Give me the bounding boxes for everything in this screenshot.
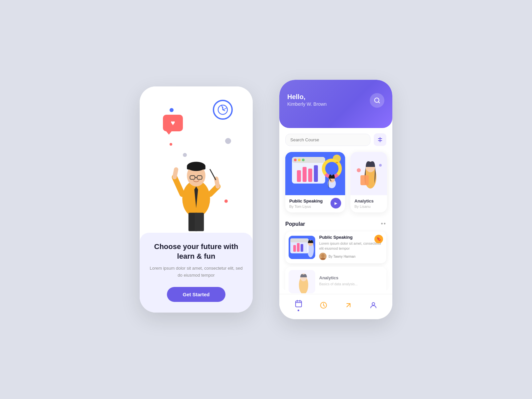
- right-phone: Hello, Kimberly W. Brown: [279, 80, 392, 319]
- svg-rect-50: [297, 243, 300, 252]
- courses-scroll: Public Speaking By Tom Liyus ▶: [279, 149, 392, 218]
- svg-point-28: [302, 159, 305, 161]
- header-search-button[interactable]: [370, 93, 384, 108]
- get-started-button[interactable]: Get Started: [167, 287, 226, 302]
- svg-point-35: [333, 155, 341, 163]
- popular-header: Popular ••: [285, 220, 386, 227]
- svg-point-55: [321, 254, 325, 258]
- left-card: Choose your future with learn & fun Lore…: [140, 233, 253, 313]
- popular-card-1-author-row: By Tawny Harman: [319, 253, 383, 260]
- username-text: Kimberly W. Brown: [287, 101, 327, 107]
- nav-item-profile[interactable]: [369, 301, 378, 310]
- svg-point-26: [294, 159, 297, 161]
- dot-blue-decoration: [170, 108, 174, 112]
- left-card-title: Choose your future with learn & fun: [149, 242, 243, 261]
- svg-point-45: [379, 164, 382, 167]
- popular-card-1-info: Public Speaking Lorem ipsum dolor sit am…: [319, 235, 383, 260]
- svg-rect-25: [292, 157, 325, 163]
- course-card-1[interactable]: Public Speaking By Tom Liyus ▶: [285, 152, 345, 212]
- filter-button[interactable]: [374, 133, 386, 146]
- dot-red-small-decoration: [170, 143, 172, 146]
- calendar-icon: [294, 299, 303, 308]
- course-card-1-thumbnail: [285, 152, 345, 195]
- popular-card-1[interactable]: Public Speaking Lorem ipsum dolor sit am…: [285, 231, 386, 263]
- svg-rect-43: [360, 175, 369, 185]
- svg-rect-17: [195, 213, 204, 231]
- search-input[interactable]: [285, 134, 370, 146]
- dot-red-decoration: [224, 200, 228, 203]
- svg-line-15: [210, 170, 216, 180]
- course-card-1-play-button[interactable]: ▶: [331, 198, 341, 208]
- explore-icon: [344, 301, 353, 310]
- svg-rect-30: [303, 167, 307, 182]
- teacher-figure: [170, 146, 223, 233]
- search-bar-row: [279, 128, 392, 149]
- dot-gray-decoration: [225, 138, 231, 144]
- popular-card-1-desc: Lorem ipsum dolor sit amet, consectetur …: [319, 241, 383, 251]
- svg-point-0: [218, 105, 227, 114]
- svg-rect-31: [308, 169, 312, 182]
- svg-rect-48: [290, 238, 309, 242]
- popular-card-1-author-name: By Tawny Harman: [329, 255, 355, 258]
- popular-card-1-thumbnail: [289, 236, 315, 259]
- nav-item-calendar[interactable]: [294, 299, 303, 311]
- left-card-subtitle: Lorem ipsum dolor sit amet, consectetur …: [149, 265, 243, 279]
- svg-rect-32: [314, 165, 318, 182]
- nav-item-explore[interactable]: [344, 301, 353, 310]
- profile-icon: [369, 301, 378, 310]
- svg-point-6: [187, 162, 205, 171]
- popular-card-2-info: Analytics Basics of data analysis...: [319, 275, 383, 289]
- svg-rect-7: [187, 167, 205, 170]
- svg-point-66: [372, 303, 375, 305]
- course-card-1-info: Public Speaking By Tom Liyus ▶: [285, 195, 345, 212]
- svg-line-12: [175, 170, 176, 177]
- course-card-2-title: Analytics: [354, 199, 383, 203]
- course-card-2-thumbnail: [350, 152, 387, 195]
- svg-line-65: [347, 304, 350, 307]
- svg-rect-36: [335, 162, 338, 163]
- svg-rect-49: [293, 245, 296, 252]
- course-card-2-info: Analytics By Lisanu: [350, 195, 387, 212]
- popular-card-2-thumbnail: [289, 270, 315, 293]
- clock-icon: [213, 100, 233, 120]
- heart-bubble: ♥: [163, 115, 183, 131]
- nav-item-history[interactable]: [319, 301, 328, 310]
- svg-line-14: [216, 179, 218, 187]
- history-icon: [319, 301, 328, 310]
- bottom-navigation: [279, 294, 392, 319]
- svg-line-19: [378, 102, 380, 103]
- svg-rect-60: [296, 301, 302, 307]
- course-card-2[interactable]: Analytics By Lisanu: [350, 152, 387, 212]
- course-card-2-author: By Lisanu: [354, 204, 383, 208]
- popular-card-1-bookmark-button[interactable]: 🔖: [374, 235, 383, 243]
- nav-active-dot: [298, 310, 299, 311]
- popular-card-1-title: Public Speaking: [319, 235, 383, 240]
- svg-rect-29: [297, 170, 301, 182]
- svg-point-44: [357, 168, 361, 172]
- left-illustration-area: ♥: [140, 86, 253, 233]
- author-avatar: [319, 253, 327, 260]
- svg-line-11: [175, 177, 182, 194]
- right-content: Public Speaking By Tom Liyus ▶: [279, 128, 392, 294]
- popular-section: Popular ••: [279, 218, 392, 294]
- popular-more-button[interactable]: ••: [381, 220, 386, 227]
- greeting-text: Hello,: [287, 93, 327, 101]
- right-header: Hello, Kimberly W. Brown: [279, 80, 392, 128]
- svg-rect-51: [301, 244, 303, 252]
- svg-line-2: [223, 110, 225, 111]
- header-text: Hello, Kimberly W. Brown: [287, 93, 327, 107]
- left-phone: ♥: [140, 86, 253, 313]
- popular-card-2-partial: Analytics Basics of data analysis...: [285, 267, 386, 294]
- popular-section-title: Popular: [285, 221, 305, 227]
- svg-point-27: [298, 159, 301, 161]
